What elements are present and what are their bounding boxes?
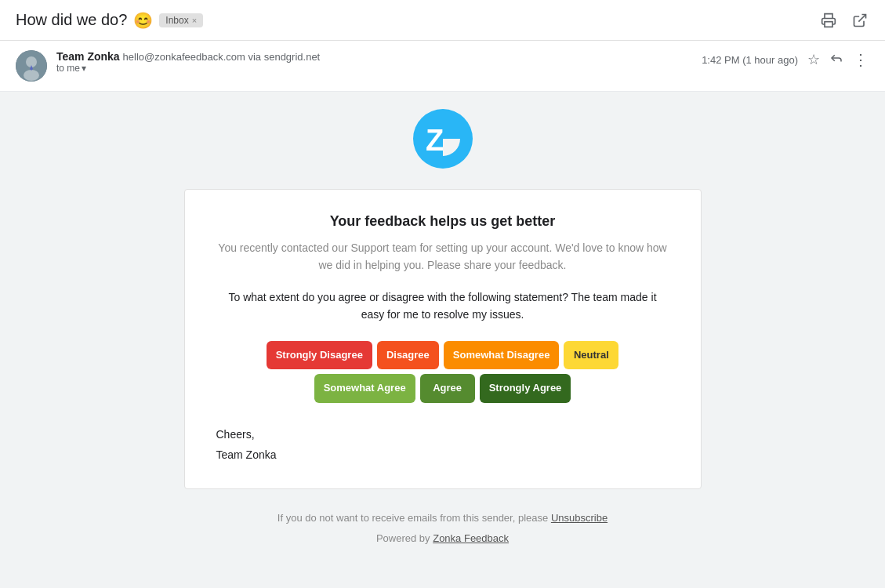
more-options-icon[interactable]: ⋮ xyxy=(853,50,869,69)
avatar xyxy=(16,50,47,82)
powered-by-text: Powered by xyxy=(376,532,430,544)
cheers-text: Cheers, Team Zonka xyxy=(216,425,669,464)
rating-button-neutral[interactable]: Neutral xyxy=(564,341,618,370)
powered-by-row: Powered by Zonka Feedback xyxy=(277,528,608,549)
rating-button-disagree[interactable]: Disagree xyxy=(377,341,439,370)
rating-button-strongly-disagree[interactable]: Strongly Disagree xyxy=(267,341,372,370)
rating-button-strongly-agree[interactable]: Strongly Agree xyxy=(480,374,571,403)
rating-button-somewhat-disagree[interactable]: Somewhat Disagree xyxy=(444,341,560,370)
subject-emoji: 😊 xyxy=(133,11,153,30)
logo-container: Z xyxy=(412,107,474,170)
feedback-question: To what extent do you agree or disagree … xyxy=(216,289,669,324)
to-chevron-icon: ▾ xyxy=(82,63,86,74)
open-new-tab-icon[interactable] xyxy=(851,11,869,30)
top-bar-left: How did we do? 😊 Inbox × xyxy=(16,11,203,30)
email-header: Team Zonka hello@zonkafeedback.com via s… xyxy=(0,41,885,92)
email-footer: If you do not want to receive emails fro… xyxy=(277,508,608,549)
inbox-badge-close[interactable]: × xyxy=(192,16,197,25)
sender-to[interactable]: to me ▾ xyxy=(56,63,692,74)
rating-buttons: Strongly DisagreeDisagreeSomewhat Disagr… xyxy=(216,341,669,404)
zonka-logo: Z xyxy=(412,107,474,170)
svg-rect-0 xyxy=(825,21,832,27)
cheers-line1: Cheers, xyxy=(216,425,669,445)
inbox-badge[interactable]: Inbox × xyxy=(159,13,203,27)
zonka-feedback-link[interactable]: Zonka Feedback xyxy=(433,532,509,544)
email-body: Z Your feedback helps us get better You … xyxy=(0,92,885,564)
print-icon[interactable] xyxy=(819,11,838,30)
rating-button-somewhat-agree[interactable]: Somewhat Agree xyxy=(314,374,415,403)
sender-info: Team Zonka hello@zonkafeedback.com via s… xyxy=(56,50,692,74)
top-bar-right xyxy=(819,11,869,30)
cheers-line2: Team Zonka xyxy=(216,445,669,465)
feedback-title: Your feedback helps us get better xyxy=(216,213,669,230)
svg-point-4 xyxy=(24,70,39,81)
unsubscribe-text: If you do not want to receive emails fro… xyxy=(277,512,548,524)
top-bar: How did we do? 😊 Inbox × xyxy=(0,0,885,41)
rating-button-agree[interactable]: Agree xyxy=(420,374,475,403)
sender-email: hello@zonkafeedback.com via sendgrid.net xyxy=(123,51,321,63)
sender-name: Team Zonka xyxy=(56,50,120,63)
inbox-badge-label: Inbox xyxy=(165,15,188,26)
unsubscribe-link[interactable]: Unsubscribe xyxy=(551,512,608,524)
svg-text:Z: Z xyxy=(426,124,444,157)
reply-icon[interactable] xyxy=(829,51,843,68)
unsubscribe-row: If you do not want to receive emails fro… xyxy=(277,508,608,528)
email-content: Your feedback helps us get better You re… xyxy=(184,189,702,489)
email-subject: How did we do? 😊 Inbox × xyxy=(16,11,203,30)
feedback-desc: You recently contacted our Support team … xyxy=(216,239,669,274)
to-label: to me xyxy=(56,63,80,74)
subject-text: How did we do? xyxy=(16,11,127,29)
svg-line-1 xyxy=(858,14,865,21)
email-timestamp: 1:42 PM (1 hour ago) xyxy=(702,54,798,66)
sender-name-row: Team Zonka hello@zonkafeedback.com via s… xyxy=(56,50,692,63)
email-meta: 1:42 PM (1 hour ago) ☆ ⋮ xyxy=(702,50,869,69)
star-icon[interactable]: ☆ xyxy=(807,51,820,68)
